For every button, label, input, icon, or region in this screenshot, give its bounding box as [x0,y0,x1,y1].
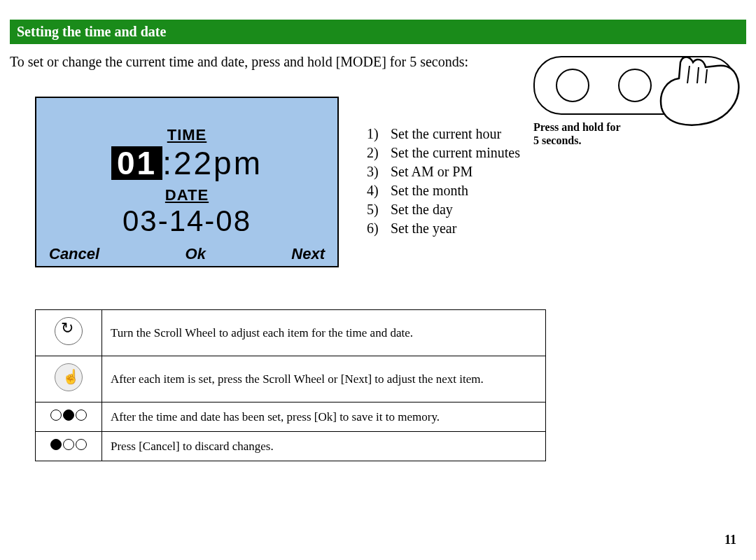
press-wheel-icon [55,363,83,391]
table-row: After each item is set, press the Scroll… [36,356,546,402]
step-item: 4)Set the month [367,181,520,200]
ok-button-icon [50,410,87,421]
hand-press-icon [651,52,742,129]
time-rest: :22pm [162,144,262,182]
time-label: TIME [167,126,207,144]
step-item: 1)Set the current hour [367,125,520,144]
page-number: 11 [724,533,736,547]
button2-icon [618,69,652,102]
scroll-wheel-icon [55,317,83,345]
table-row: After the time and date has been set, pr… [36,402,546,432]
step-item: 3)Set AM or PM [367,162,520,181]
cancel-button-icon [50,439,87,450]
instruction-cell: After the time and date has been set, pr… [102,402,546,432]
steps-list: 1)Set the current hour 2)Set the current… [367,125,520,238]
mode-button-diagram: Press and hold for5 seconds. [533,56,736,147]
section-header: Setting the time and date [10,20,746,44]
lcd-screen: TIME 01:22pm DATE 03-14-08 Cancel Ok Nex… [35,97,339,267]
instruction-table: Turn the Scroll Wheel to adjust each ite… [35,309,546,461]
instruction-cell: Press [Cancel] to discard changes. [102,432,546,461]
step-item: 5)Set the day [367,200,520,219]
three-button-panel [533,56,736,115]
table-row: Press [Cancel] to discard changes. [36,432,546,461]
hour-highlight: 01 [111,146,162,180]
instruction-cell: After each item is set, press the Scroll… [102,356,546,402]
date-value: 03-14-08 [122,204,251,238]
time-value: 01:22pm [111,144,262,182]
button1-icon [556,69,589,102]
instruction-cell: Turn the Scroll Wheel to adjust each ite… [102,310,546,356]
date-label: DATE [165,186,209,204]
next-button-label: Next [291,245,325,263]
ok-button-label: Ok [186,245,206,263]
step-item: 6)Set the year [367,219,520,238]
step-item: 2)Set the current minutes [367,144,520,162]
table-row: Turn the Scroll Wheel to adjust each ite… [36,310,546,356]
cancel-button-label: Cancel [49,245,99,263]
